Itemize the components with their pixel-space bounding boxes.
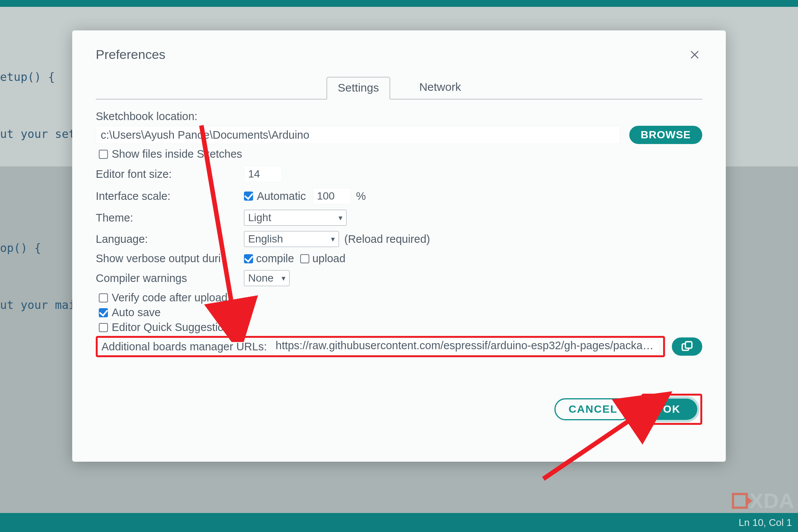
chevron-down-icon: ▾ — [339, 213, 342, 222]
chevron-down-icon: ▾ — [331, 234, 335, 244]
close-icon — [690, 50, 700, 60]
verbose-upload-label: upload — [312, 252, 345, 265]
show-files-checkbox[interactable] — [99, 150, 108, 159]
annotation-arrow-to-boards — [186, 122, 270, 342]
interface-scale-input[interactable] — [313, 188, 351, 204]
expand-urls-button[interactable] — [672, 337, 702, 356]
watermark-logo: XDA — [732, 488, 794, 513]
tab-network[interactable]: Network — [408, 77, 472, 100]
percent-label: % — [356, 190, 366, 203]
watermark-text: XDA — [749, 488, 794, 513]
external-window-icon — [681, 340, 694, 353]
auto-save-checkbox[interactable] — [99, 308, 108, 317]
chevron-down-icon: ▾ — [282, 274, 285, 283]
boards-manager-urls-input[interactable]: https://raw.githubusercontent.com/espres… — [272, 339, 659, 354]
verbose-upload-checkbox[interactable] — [300, 254, 309, 263]
svg-line-2 — [201, 125, 236, 327]
cursor-position: Ln 10, Col 1 — [739, 517, 792, 529]
status-bar: Ln 10, Col 1 — [0, 513, 798, 532]
auto-save-label: Auto save — [112, 306, 161, 319]
tab-settings[interactable]: Settings — [326, 77, 390, 100]
svg-rect-1 — [686, 342, 692, 348]
annotation-highlight-boards: Additional boards manager URLs: https://… — [96, 336, 665, 357]
svg-line-3 — [543, 407, 650, 479]
top-menu-bar — [0, 0, 798, 7]
close-button[interactable] — [687, 47, 702, 62]
dialog-title: Preferences — [96, 47, 165, 62]
annotation-arrow-to-ok — [524, 391, 676, 490]
watermark-icon — [732, 493, 748, 509]
sketchbook-label: Sketchbook location: — [96, 110, 702, 123]
browse-button[interactable]: BROWSE — [629, 126, 702, 144]
tab-bar: Settings Network — [96, 76, 702, 100]
quick-suggestions-checkbox[interactable] — [99, 323, 108, 332]
boards-manager-label: Additional boards manager URLs: — [101, 340, 267, 353]
reload-required-note: (Reload required) — [344, 233, 430, 245]
sketchbook-location-input[interactable] — [96, 126, 620, 144]
verify-after-upload-checkbox[interactable] — [99, 293, 108, 302]
